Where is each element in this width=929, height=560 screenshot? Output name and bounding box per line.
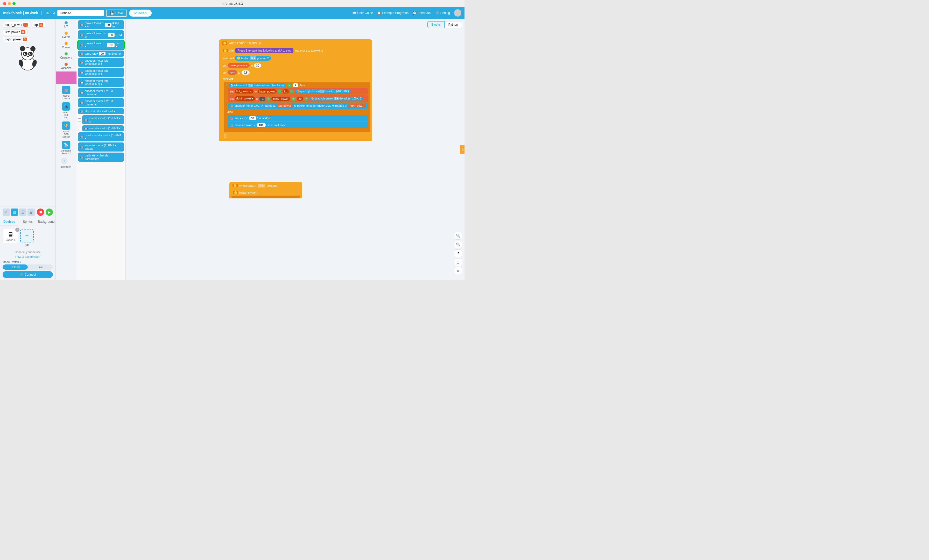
if-block[interactable]: if 📡 ultrasonic 2 1 ▾ distance to an obj…: [224, 82, 370, 132]
project-title-input[interactable]: [57, 10, 104, 16]
mode-upload[interactable]: Upload: [3, 265, 28, 270]
connect-info: Connect your device: [0, 249, 55, 255]
block-checkbox-1[interactable]: [78, 118, 81, 121]
cat-mbot2-ext[interactable]: 🔌 mBot2ExtPort: [61, 101, 71, 120]
turns-left-block[interactable]: 🤖 turns left ▾ 90 ° until done: [228, 115, 368, 121]
minimize-button[interactable]: [8, 2, 11, 5]
view-tiles-btn[interactable]: ⊞: [28, 208, 35, 216]
reset-icon: ↺: [457, 251, 460, 256]
block-encoder-1em1-s[interactable]: 🤖 encoder motor (1) EM1 ▾ 's: [82, 115, 124, 124]
middle-panel: IoT Events Control Operators Variables: [56, 18, 126, 280]
maximize-button[interactable]: [12, 2, 15, 5]
connect-button[interactable]: 🔗 Connect: [3, 271, 53, 278]
cat-control[interactable]: Control: [56, 40, 77, 50]
view-list-btn[interactable]: ☰: [19, 208, 26, 216]
brand-logo: makeblock | mBlock: [3, 11, 38, 15]
left-panel: base_power 0 kp 0 left_power 0 right_pow…: [0, 18, 56, 280]
hat-button-a[interactable]: 🟡 when button A ▾ pressed: [229, 182, 302, 189]
add-device-btn[interactable]: +: [20, 229, 34, 242]
view-expand-btn[interactable]: ⤢: [3, 208, 10, 216]
var-base-power[interactable]: base_power 0: [3, 22, 30, 28]
restart-block[interactable]: 🟡 restart CyberPi: [231, 190, 300, 195]
cat-variables[interactable]: Variables: [56, 61, 77, 71]
cat-iot[interactable]: IoT: [56, 20, 77, 29]
set-left-power-block[interactable]: set left_power ▾ to base_power - kp * 🎨 …: [228, 88, 368, 95]
cat-mbot2-chassis[interactable]: 🤖 mBot2Chassis: [61, 85, 71, 101]
bot-icon8: 🤖: [80, 91, 84, 94]
save-button[interactable]: 💾 Save: [106, 9, 127, 17]
setting-link[interactable]: ⚙️ Setting: [435, 11, 450, 15]
block-encoder-lw2[interactable]: 🤖 encoder motor left wheel(EM1) ▾: [78, 68, 124, 77]
block-encoder-1em1-row: 🤖 encoder motor (1) EM1 ▾: [78, 125, 124, 131]
encoder-motor-block[interactable]: 🤖 encoder motor EM1 ↺ rotates at left_po…: [228, 103, 368, 109]
reset-view-btn[interactable]: ↺: [454, 249, 462, 257]
bot-icon11: 🤖: [84, 118, 88, 121]
equals-icon: =: [457, 269, 459, 273]
view-grid-btn[interactable]: ▦: [11, 208, 18, 216]
var-kp[interactable]: kp 0: [32, 22, 45, 28]
cat-extension[interactable]: + extension: [60, 156, 72, 170]
moves-forward-block[interactable]: 🤖 moves forward ▾ 100 cm ▾ until done: [228, 122, 368, 128]
block-stop-encoder[interactable]: 🤖 stop encoder motor all ▾: [78, 108, 124, 114]
user-guide-icon: 📖: [352, 11, 356, 15]
restart-block-container: 🟡 restart CyberPi: [229, 189, 302, 198]
block-moves-fwd-rpm[interactable]: 🤖 moves forward ▾ at 50 RPM: [78, 30, 124, 39]
set-right-power-block[interactable]: set right_power ▾ to -1 * base_power + k…: [228, 95, 368, 102]
cat-ultrasonic[interactable]: 📡 UltrasonicSensor 2: [60, 139, 72, 156]
block-encoder-em1-1[interactable]: 🤖 encoder motor EM1 ↺ rotates at: [78, 88, 124, 97]
block-encoder-em1-2[interactable]: 🤖 encoder motor EM1 ↺ rotates at: [78, 98, 124, 107]
print-block-container: 🟡 print Press B to start line following …: [219, 47, 372, 54]
block-moves-fwd-cm[interactable]: 🤖 moves forward ▾ 100 cm ▾: [78, 40, 124, 49]
zoom-out-btn[interactable]: 🔍: [454, 241, 462, 248]
example-programs-link[interactable]: 📋 Example Programs: [377, 11, 409, 15]
block-calibrate[interactable]: 🤖 calibrate ▾ chassis parameters: [78, 153, 124, 162]
print-block[interactable]: 🟡 print Press B to start line following …: [221, 47, 370, 54]
tab-devices[interactable]: Devices: [0, 218, 18, 226]
close-button[interactable]: [3, 2, 6, 5]
zoom-in-btn[interactable]: 🔍: [454, 232, 462, 240]
mode-live[interactable]: Live: [28, 265, 53, 270]
menu-right: 📖 User Guide 📋 Example Programs 💬 Feedba…: [352, 9, 461, 17]
block-encoder-lw1[interactable]: 🤖 encoder motor left wheel(EM1) ▾: [78, 58, 124, 67]
cat-events[interactable]: Events: [56, 30, 77, 40]
tab-sprites[interactable]: Sprites: [18, 218, 37, 226]
stop-button[interactable]: ⏹: [37, 208, 44, 216]
cat-operators[interactable]: Operators: [56, 51, 77, 61]
device-cyberpi[interactable]: ✕ 🖥 CyberPi: [3, 229, 18, 243]
set-kp-block[interactable]: set kp ▾ to 0.5: [221, 69, 370, 75]
panda-character: [3, 43, 53, 72]
block-encoder-lw3[interactable]: 🤖 encoder motor left wheel(EM1) ▾: [78, 78, 124, 87]
file-label: File: [50, 11, 55, 15]
var-left-power[interactable]: left_power 0: [3, 29, 28, 35]
feedback-link[interactable]: 💬 Feedback: [412, 11, 431, 15]
device-remove-btn[interactable]: ✕: [15, 228, 20, 232]
tab-background[interactable]: Background: [37, 218, 55, 226]
block-encoder-1em1[interactable]: 🤖 encoder motor (1) EM1 ▾: [82, 125, 124, 131]
block-turns-left[interactable]: 🤖 turns left ▾ 90 ° until done: [78, 50, 124, 57]
menu-separator: |: [41, 11, 42, 15]
fit-view-btn[interactable]: ⊡: [454, 258, 462, 266]
file-menu[interactable]: 🗂 File: [45, 11, 55, 15]
user-guide-link[interactable]: 📖 User Guide: [352, 11, 373, 15]
block-encoder-enable[interactable]: 🤖 encoder motor (1) EM1 ▾ enable: [78, 142, 124, 151]
block-reset-encoder[interactable]: 🤖 reset encoder motor (1) EM1 ▾: [78, 132, 124, 141]
mode-info-icon: ℹ: [20, 260, 21, 263]
add-device-label: Add: [25, 243, 29, 246]
block-checkbox-2[interactable]: [78, 127, 81, 130]
set-base-power-block[interactable]: set base_power ▾ to 30: [221, 63, 370, 68]
run-button[interactable]: ▶: [46, 208, 53, 216]
example-programs-label: Example Programs: [382, 11, 409, 15]
cat-quad-rgb[interactable]: 🎨 QuadRGBSensor: [61, 121, 71, 139]
how-to-use-link[interactable]: How to use device?: [0, 255, 55, 258]
publish-button[interactable]: Publish: [129, 9, 152, 17]
avatar[interactable]: [454, 9, 461, 17]
hat-cyberpi-starts[interactable]: 🟡 when CyberPi starts up: [219, 39, 372, 47]
equals-btn[interactable]: =: [454, 267, 462, 275]
block-moves-fwd-rpm-for[interactable]: 🤖 moves forward ▾ at 50 RPM fo...: [78, 20, 124, 29]
category-bar: IoT Events Control Operators Variables: [56, 18, 77, 280]
wait-until-block[interactable]: wait until 🟡 button B ▾ pressed?: [221, 55, 370, 61]
zoom-out-icon: 🔍: [456, 242, 460, 246]
tabs-row: Devices Sprites Background: [0, 218, 55, 226]
cat-my-blocks[interactable]: My Blocks: [56, 72, 77, 84]
var-right-power[interactable]: right_power 0: [3, 37, 29, 42]
